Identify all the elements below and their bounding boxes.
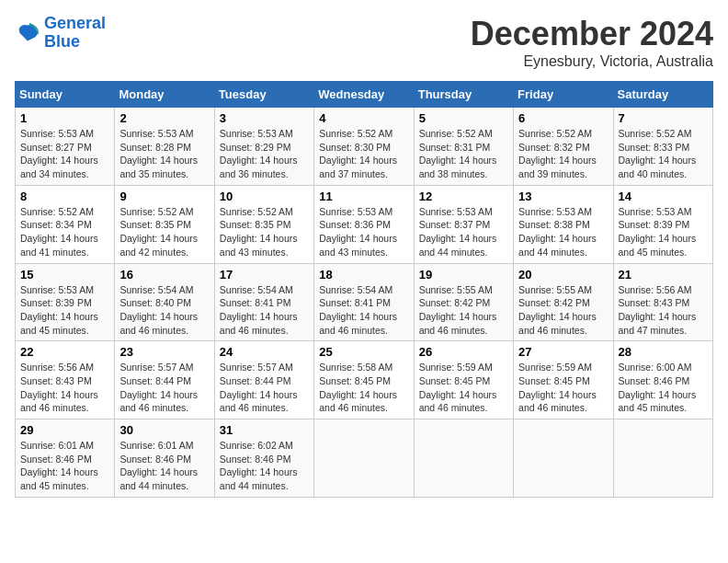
day-cell: 1 Sunrise: 5:53 AM Sunset: 8:27 PM Dayli… [16, 108, 115, 186]
day-number: 6 [518, 111, 608, 125]
day-number: 15 [20, 268, 109, 282]
day-cell: 14 Sunrise: 5:53 AM Sunset: 8:39 PM Dayl… [613, 185, 712, 263]
day-info: Sunrise: 5:53 AM Sunset: 8:39 PM Dayligh… [619, 205, 708, 259]
day-number: 23 [119, 345, 209, 359]
day-number: 17 [220, 268, 309, 282]
day-info: Sunrise: 5:55 AM Sunset: 8:42 PM Dayligh… [518, 283, 608, 338]
day-info: Sunrise: 5:52 AM Sunset: 8:33 PM Dayligh… [619, 127, 708, 181]
day-cell: 30 Sunrise: 6:01 AM Sunset: 8:46 PM Dayl… [115, 419, 214, 498]
day-info: Sunrise: 5:53 AM Sunset: 8:36 PM Dayligh… [319, 205, 408, 259]
day-number: 13 [518, 190, 608, 203]
week-row-3: 15 Sunrise: 5:53 AM Sunset: 8:39 PM Dayl… [16, 263, 713, 341]
day-cell: 26 Sunrise: 5:59 AM Sunset: 8:45 PM Dayl… [414, 341, 513, 419]
day-info: Sunrise: 5:53 AM Sunset: 8:38 PM Dayligh… [518, 205, 608, 259]
day-cell: 2 Sunrise: 5:53 AM Sunset: 8:28 PM Dayli… [115, 108, 214, 186]
week-row-4: 22 Sunrise: 5:56 AM Sunset: 8:43 PM Dayl… [16, 341, 713, 419]
title-area: December 2024 Eynesbury, Victoria, Austr… [471, 15, 713, 70]
day-number: 4 [319, 111, 408, 125]
day-header-wednesday: Wednesday [314, 82, 414, 108]
day-cell [514, 419, 613, 498]
day-number: 1 [20, 111, 109, 125]
day-number: 16 [119, 268, 209, 282]
day-cell: 28 Sunrise: 6:00 AM Sunset: 8:46 PM Dayl… [613, 341, 712, 419]
week-row-1: 1 Sunrise: 5:53 AM Sunset: 8:27 PM Dayli… [16, 108, 713, 186]
day-number: 2 [119, 111, 209, 125]
day-cell: 9 Sunrise: 5:52 AM Sunset: 8:35 PM Dayli… [115, 185, 214, 263]
day-number: 18 [319, 268, 408, 282]
day-number: 30 [119, 423, 209, 437]
day-cell: 10 Sunrise: 5:52 AM Sunset: 8:35 PM Dayl… [214, 185, 313, 263]
day-number: 22 [20, 345, 109, 359]
day-cell: 12 Sunrise: 5:53 AM Sunset: 8:37 PM Dayl… [414, 185, 513, 263]
day-header-monday: Monday [115, 82, 214, 108]
logo: General Blue [15, 15, 106, 52]
day-info: Sunrise: 6:00 AM Sunset: 8:46 PM Dayligh… [619, 361, 708, 415]
calendar-table: SundayMondayTuesdayWednesdayThursdayFrid… [15, 81, 713, 498]
day-cell: 4 Sunrise: 5:52 AM Sunset: 8:30 PM Dayli… [314, 108, 414, 186]
day-info: Sunrise: 5:54 AM Sunset: 8:41 PM Dayligh… [220, 283, 309, 338]
day-cell: 19 Sunrise: 5:55 AM Sunset: 8:42 PM Dayl… [414, 263, 513, 341]
day-cell: 31 Sunrise: 6:02 AM Sunset: 8:46 PM Dayl… [214, 419, 313, 498]
day-number: 11 [319, 190, 408, 203]
day-info: Sunrise: 6:01 AM Sunset: 8:46 PM Dayligh… [119, 439, 209, 493]
day-info: Sunrise: 5:56 AM Sunset: 8:43 PM Dayligh… [20, 361, 109, 415]
day-cell: 6 Sunrise: 5:52 AM Sunset: 8:32 PM Dayli… [514, 108, 613, 186]
day-cell: 21 Sunrise: 5:56 AM Sunset: 8:43 PM Dayl… [613, 263, 712, 341]
day-number: 14 [619, 190, 708, 203]
day-info: Sunrise: 5:52 AM Sunset: 8:35 PM Dayligh… [119, 205, 209, 259]
header: General Blue December 2024 Eynesbury, Vi… [15, 15, 713, 70]
day-header-saturday: Saturday [613, 82, 712, 108]
day-header-sunday: Sunday [16, 82, 115, 108]
day-cell: 18 Sunrise: 5:54 AM Sunset: 8:41 PM Dayl… [314, 263, 414, 341]
day-info: Sunrise: 5:59 AM Sunset: 8:45 PM Dayligh… [518, 361, 608, 415]
day-cell: 16 Sunrise: 5:54 AM Sunset: 8:40 PM Dayl… [115, 263, 214, 341]
day-cell: 8 Sunrise: 5:52 AM Sunset: 8:34 PM Dayli… [16, 185, 115, 263]
day-number: 8 [20, 190, 109, 203]
day-number: 31 [220, 423, 309, 437]
day-number: 19 [419, 268, 508, 282]
month-title: December 2024 [471, 15, 713, 53]
day-cell: 27 Sunrise: 5:59 AM Sunset: 8:45 PM Dayl… [514, 341, 613, 419]
day-info: Sunrise: 5:55 AM Sunset: 8:42 PM Dayligh… [419, 283, 508, 338]
day-info: Sunrise: 5:58 AM Sunset: 8:45 PM Dayligh… [319, 361, 408, 415]
day-cell: 3 Sunrise: 5:53 AM Sunset: 8:29 PM Dayli… [214, 108, 313, 186]
day-number: 21 [619, 268, 708, 282]
day-cell: 24 Sunrise: 5:57 AM Sunset: 8:44 PM Dayl… [214, 341, 313, 419]
day-info: Sunrise: 5:53 AM Sunset: 8:28 PM Dayligh… [119, 127, 209, 181]
day-info: Sunrise: 5:53 AM Sunset: 8:39 PM Dayligh… [20, 283, 109, 338]
day-header-friday: Friday [514, 82, 613, 108]
day-number: 3 [220, 111, 309, 125]
day-header-tuesday: Tuesday [214, 82, 313, 108]
day-info: Sunrise: 5:52 AM Sunset: 8:30 PM Dayligh… [319, 127, 408, 181]
day-info: Sunrise: 5:52 AM Sunset: 8:34 PM Dayligh… [20, 205, 109, 259]
day-info: Sunrise: 5:52 AM Sunset: 8:32 PM Dayligh… [518, 127, 608, 181]
day-info: Sunrise: 5:54 AM Sunset: 8:40 PM Dayligh… [119, 283, 209, 338]
day-info: Sunrise: 5:53 AM Sunset: 8:29 PM Dayligh… [220, 127, 309, 181]
day-number: 26 [419, 345, 508, 359]
day-cell: 5 Sunrise: 5:52 AM Sunset: 8:31 PM Dayli… [414, 108, 513, 186]
day-cell [613, 419, 712, 498]
day-cell: 7 Sunrise: 5:52 AM Sunset: 8:33 PM Dayli… [613, 108, 712, 186]
day-cell: 29 Sunrise: 6:01 AM Sunset: 8:46 PM Dayl… [16, 419, 115, 498]
day-cell: 22 Sunrise: 5:56 AM Sunset: 8:43 PM Dayl… [16, 341, 115, 419]
logo-text: General Blue [44, 15, 106, 52]
day-number: 25 [319, 345, 408, 359]
day-number: 24 [220, 345, 309, 359]
day-cell: 23 Sunrise: 5:57 AM Sunset: 8:44 PM Dayl… [115, 341, 214, 419]
day-number: 27 [518, 345, 608, 359]
day-number: 29 [20, 423, 109, 437]
day-info: Sunrise: 5:59 AM Sunset: 8:45 PM Dayligh… [419, 361, 508, 415]
header-row: SundayMondayTuesdayWednesdayThursdayFrid… [16, 82, 713, 108]
subtitle: Eynesbury, Victoria, Australia [471, 53, 713, 70]
day-cell: 20 Sunrise: 5:55 AM Sunset: 8:42 PM Dayl… [514, 263, 613, 341]
day-number: 9 [119, 190, 209, 203]
day-cell: 25 Sunrise: 5:58 AM Sunset: 8:45 PM Dayl… [314, 341, 414, 419]
day-info: Sunrise: 5:52 AM Sunset: 8:31 PM Dayligh… [419, 127, 508, 181]
day-cell [314, 419, 414, 498]
day-info: Sunrise: 5:54 AM Sunset: 8:41 PM Dayligh… [319, 283, 408, 338]
day-cell: 11 Sunrise: 5:53 AM Sunset: 8:36 PM Dayl… [314, 185, 414, 263]
day-info: Sunrise: 6:02 AM Sunset: 8:46 PM Dayligh… [220, 439, 309, 493]
day-cell [414, 419, 513, 498]
day-number: 12 [419, 190, 508, 203]
day-number: 7 [619, 111, 708, 125]
